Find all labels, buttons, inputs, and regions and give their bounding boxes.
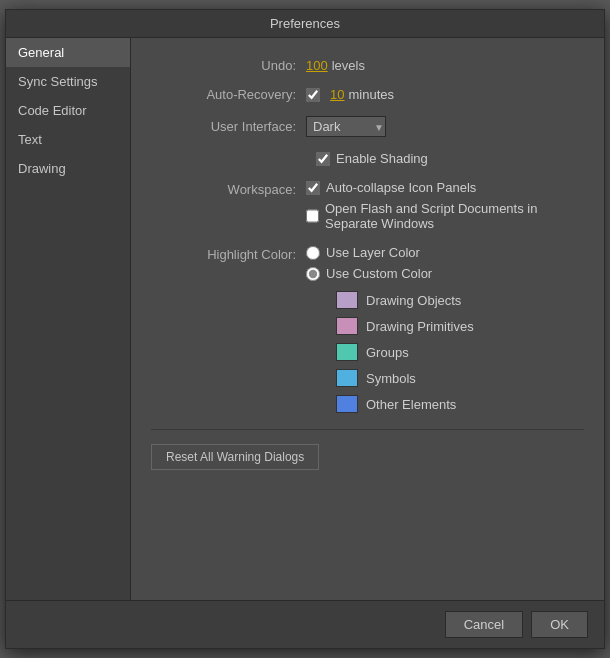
sidebar-item-general[interactable]: General (6, 38, 130, 67)
sidebar-item-sync-settings[interactable]: Sync Settings (6, 67, 130, 96)
cancel-button[interactable]: Cancel (445, 611, 523, 638)
workspace-row: Workspace: Auto-collapse Icon Panels Ope… (151, 180, 584, 231)
shading-indent: Enable Shading (316, 151, 428, 166)
open-flash-row: Open Flash and Script Documents in Separ… (306, 201, 584, 231)
ui-theme-select[interactable]: Dark Light Auto (306, 116, 386, 137)
use-custom-color-row: Use Custom Color (306, 266, 474, 281)
drawing-objects-swatch[interactable] (336, 291, 358, 309)
user-interface-row: User Interface: Dark Light Auto ▼ (151, 116, 584, 137)
form-area: Undo: 100 levels Auto-Recovery: 10 minut… (151, 58, 584, 590)
auto-recovery-row: Auto-Recovery: 10 minutes (151, 87, 584, 102)
open-flash-checkbox[interactable] (306, 209, 319, 223)
auto-recovery-checkbox[interactable] (306, 88, 320, 102)
sidebar: General Sync Settings Code Editor Text D… (6, 38, 131, 600)
auto-recovery-checkbox-row: 10 minutes (306, 87, 394, 102)
workspace-label: Workspace: (151, 180, 306, 197)
color-item-symbols: Symbols (336, 369, 474, 387)
symbols-swatch[interactable] (336, 369, 358, 387)
drawing-primitives-label: Drawing Primitives (366, 319, 474, 334)
groups-swatch[interactable] (336, 343, 358, 361)
auto-recovery-label: Auto-Recovery: (151, 87, 306, 102)
enable-shading-row: Enable Shading (151, 151, 584, 166)
color-item-drawing-objects: Drawing Objects (336, 291, 474, 309)
user-interface-label: User Interface: (151, 119, 306, 134)
sidebar-item-text[interactable]: Text (6, 125, 130, 154)
auto-collapse-checkbox[interactable] (306, 181, 320, 195)
color-item-groups: Groups (336, 343, 474, 361)
open-flash-label: Open Flash and Script Documents in Separ… (325, 201, 584, 231)
ok-button[interactable]: OK (531, 611, 588, 638)
use-layer-color-row: Use Layer Color (306, 245, 474, 260)
use-layer-color-radio[interactable] (306, 246, 320, 260)
highlight-color-label: Highlight Color: (151, 245, 306, 262)
dialog-footer: Cancel OK (6, 600, 604, 648)
color-item-other-elements: Other Elements (336, 395, 474, 413)
ui-select-wrapper: Dark Light Auto ▼ (306, 116, 386, 137)
reset-warnings-button[interactable]: Reset All Warning Dialogs (151, 444, 319, 470)
undo-unit: levels (332, 58, 365, 73)
divider (151, 429, 584, 430)
drawing-objects-label: Drawing Objects (366, 293, 461, 308)
enable-shading-label: Enable Shading (336, 151, 428, 166)
use-custom-color-radio[interactable] (306, 267, 320, 281)
highlight-color-row: Highlight Color: Use Layer Color Use Cus… (151, 245, 584, 413)
dialog-title: Preferences (6, 10, 604, 38)
undo-label: Undo: (151, 58, 306, 73)
other-elements-swatch[interactable] (336, 395, 358, 413)
highlight-options: Use Layer Color Use Custom Color Drawing… (306, 245, 474, 413)
use-custom-color-label: Use Custom Color (326, 266, 432, 281)
auto-collapse-label: Auto-collapse Icon Panels (326, 180, 476, 195)
sidebar-item-code-editor[interactable]: Code Editor (6, 96, 130, 125)
symbols-label: Symbols (366, 371, 416, 386)
drawing-primitives-swatch[interactable] (336, 317, 358, 335)
sidebar-item-drawing[interactable]: Drawing (6, 154, 130, 183)
groups-label: Groups (366, 345, 409, 360)
auto-collapse-row: Auto-collapse Icon Panels (306, 180, 584, 195)
preferences-dialog: Preferences General Sync Settings Code E… (5, 9, 605, 649)
dialog-body: General Sync Settings Code Editor Text D… (6, 38, 604, 600)
auto-recovery-unit: minutes (348, 87, 394, 102)
color-options: Drawing Objects Drawing Primitives Group… (336, 291, 474, 413)
use-layer-color-label: Use Layer Color (326, 245, 420, 260)
workspace-options: Auto-collapse Icon Panels Open Flash and… (306, 180, 584, 231)
undo-row: Undo: 100 levels (151, 58, 584, 73)
other-elements-label: Other Elements (366, 397, 456, 412)
enable-shading-checkbox[interactable] (316, 152, 330, 166)
content-area: Undo: 100 levels Auto-Recovery: 10 minut… (131, 38, 604, 600)
auto-recovery-value[interactable]: 10 (330, 87, 344, 102)
undo-value[interactable]: 100 (306, 58, 328, 73)
color-item-drawing-primitives: Drawing Primitives (336, 317, 474, 335)
